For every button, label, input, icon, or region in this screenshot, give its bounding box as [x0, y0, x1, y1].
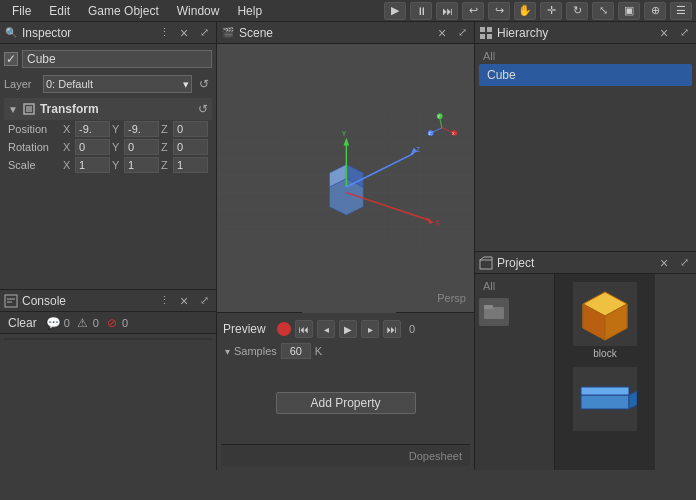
inspector-expand-btn[interactable]: ⤢	[196, 25, 212, 41]
menu-help[interactable]: Help	[229, 2, 270, 20]
hierarchy-close-btn[interactable]: ×	[656, 25, 672, 41]
hierarchy-all-label: All	[479, 48, 692, 64]
add-property-btn[interactable]: Add Property	[276, 392, 416, 414]
rot-x-field[interactable]: 0	[75, 139, 110, 155]
project-close-btn[interactable]: ×	[656, 255, 672, 271]
error-count: 0	[122, 317, 128, 329]
inspector-icon: 🔍	[4, 26, 18, 40]
error-icon: ⊘	[105, 316, 119, 330]
console-panel: Console ⋮ × ⤢ Clear 💬 0 ⚠ 0 ⊘ 0	[0, 290, 216, 470]
samples-arrow-icon[interactable]: ▾	[225, 346, 230, 357]
project-expand-btn[interactable]: ⤢	[676, 255, 692, 271]
rot-z-label: Z	[161, 141, 171, 153]
layers-button[interactable]: ☰	[670, 2, 692, 20]
menu-window[interactable]: Window	[169, 2, 228, 20]
console-expand-btn[interactable]: ⤢	[196, 293, 212, 309]
rot-y-field[interactable]: 0	[124, 139, 159, 155]
pos-x-field[interactable]: -9.	[75, 121, 110, 137]
project-title: Project	[497, 256, 652, 270]
move-button[interactable]: ✛	[540, 2, 562, 20]
animation-content: Preview ⏮ ◂ ▶ ▸ ⏭ 0 ▾ Samples 60 K Add P…	[217, 313, 474, 470]
samples-value[interactable]: 60	[281, 343, 311, 359]
play-button[interactable]: ▶	[384, 2, 406, 20]
svg-text:X: X	[452, 131, 455, 136]
project-thumb-block[interactable]: block	[563, 282, 647, 359]
transform-header[interactable]: ▼ Transform ↺	[4, 98, 212, 120]
scale-y-field[interactable]: 1	[124, 157, 159, 173]
rotate-button[interactable]: ↻	[566, 2, 588, 20]
layer-refresh-btn[interactable]: ↺	[196, 76, 212, 92]
anim-prev-btn[interactable]: ◂	[317, 320, 335, 338]
clear-button[interactable]: Clear	[4, 314, 41, 332]
animation-toolbar: Preview ⏮ ◂ ▶ ▸ ⏭ 0	[221, 317, 470, 341]
inspector-title: Inspector	[22, 26, 152, 40]
hierarchy-header: Hierarchy × ⤢	[475, 22, 696, 44]
hierarchy-content: All Cube	[475, 44, 696, 90]
pos-y-label: Y	[112, 123, 122, 135]
svg-marker-55	[581, 387, 629, 395]
scale-z-field[interactable]: 1	[173, 157, 208, 173]
rot-z-field[interactable]: 0	[173, 139, 208, 155]
layer-value: 0: Default	[46, 78, 93, 90]
globe-button[interactable]: ⊕	[644, 2, 666, 20]
scene-close-btn[interactable]: ×	[434, 25, 450, 41]
project-thumb-block2[interactable]	[563, 367, 647, 431]
menubar: File Edit Game Object Window Help ▶ ⏸ ⏭ …	[0, 0, 696, 22]
hierarchy-title: Hierarchy	[497, 26, 652, 40]
console-title: Console	[22, 294, 152, 308]
project-header: Project × ⤢	[475, 252, 696, 274]
rect-button[interactable]: ▣	[618, 2, 640, 20]
undo-button[interactable]: ↩	[462, 2, 484, 20]
layer-select[interactable]: 0: Default ▾	[43, 75, 192, 93]
anim-skip-start-btn[interactable]: ⏮	[295, 320, 313, 338]
menu-gameobject[interactable]: Game Object	[80, 2, 167, 20]
object-active-checkbox[interactable]: ✓	[4, 52, 18, 66]
position-row: Position X -9. Y -9. Z 0	[4, 120, 212, 138]
svg-rect-41	[480, 27, 485, 32]
svg-rect-47	[484, 305, 493, 309]
anim-play-btn[interactable]: ▶	[339, 320, 357, 338]
inspector-menu-btn[interactable]: ⋮	[156, 25, 172, 41]
project-folder-1[interactable]	[479, 298, 509, 326]
inspector-panel: 🔍 Inspector ⋮ × ⤢ ✓ Layer 0: Default ▾	[0, 22, 216, 290]
redo-button[interactable]: ↪	[488, 2, 510, 20]
record-btn[interactable]	[277, 322, 291, 336]
scene-canvas[interactable]: Y X Z X	[217, 44, 474, 312]
pos-y-field[interactable]: -9.	[124, 121, 159, 137]
step-button[interactable]: ⏭	[436, 2, 458, 20]
hierarchy-expand-btn[interactable]: ⤢	[676, 25, 692, 41]
inspector-close-btn[interactable]: ×	[176, 25, 192, 41]
scale-x-field[interactable]: 1	[75, 157, 110, 173]
rot-x-label: X	[63, 141, 73, 153]
console-close-btn[interactable]: ×	[176, 293, 192, 309]
anim-next-btn[interactable]: ▸	[361, 320, 379, 338]
scene-expand-btn[interactable]: ⤢	[454, 25, 470, 41]
hierarchy-item-cube[interactable]: Cube	[479, 64, 692, 86]
menu-edit[interactable]: Edit	[41, 2, 78, 20]
scene-title: Scene	[239, 26, 430, 40]
console-menu-btn[interactable]: ⋮	[156, 293, 172, 309]
rotation-label: Rotation	[8, 141, 63, 153]
svg-text:Z: Z	[416, 146, 420, 153]
transform-reset-btn[interactable]: ↺	[198, 102, 208, 116]
object-name-input[interactable]	[22, 50, 212, 68]
svg-rect-2	[5, 295, 17, 307]
inspector-header: 🔍 Inspector ⋮ × ⤢	[0, 22, 216, 44]
scale-button[interactable]: ⤡	[592, 2, 614, 20]
menu-file[interactable]: File	[4, 2, 39, 20]
project-icon	[479, 256, 493, 270]
svg-text:X: X	[435, 219, 440, 226]
rotation-row: Rotation X 0 Y 0 Z 0	[4, 138, 212, 156]
pause-button[interactable]: ⏸	[410, 2, 432, 20]
svg-text:Y: Y	[342, 130, 347, 137]
scale-x-label: X	[63, 159, 73, 171]
position-label: Position	[8, 123, 63, 135]
console-icon	[4, 294, 18, 308]
anim-skip-end-btn[interactable]: ⏭	[383, 320, 401, 338]
svg-marker-54	[581, 395, 629, 409]
hand-button[interactable]: ✋	[514, 2, 536, 20]
inspector-content: ✓ Layer 0: Default ▾ ↺ ▼	[0, 44, 216, 180]
pos-z-field[interactable]: 0	[173, 121, 208, 137]
samples-label: Samples	[234, 345, 277, 357]
dopesheet-label[interactable]: Dopesheet	[409, 450, 462, 462]
